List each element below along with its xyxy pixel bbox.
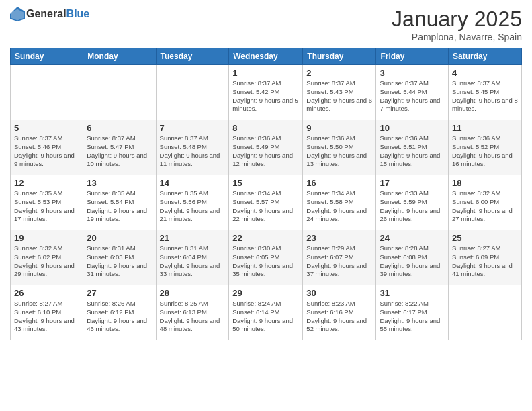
day-info: Sunrise: 8:37 AM Sunset: 5:45 PM Dayligh… [452,79,518,113]
col-saturday: Saturday [449,48,522,65]
day-info: Sunrise: 8:37 AM Sunset: 5:47 PM Dayligh… [87,134,152,169]
day-info: Sunrise: 8:31 AM Sunset: 6:04 PM Dayligh… [160,244,226,279]
calendar-cell: 22Sunrise: 8:30 AM Sunset: 6:05 PM Dayli… [229,230,303,285]
location: Pamplona, Navarre, Spain [392,32,522,42]
day-number: 7 [160,123,226,133]
calendar-cell: 28Sunrise: 8:25 AM Sunset: 6:13 PM Dayli… [156,285,229,340]
day-number: 22 [232,233,299,243]
calendar-cell: 29Sunrise: 8:24 AM Sunset: 6:14 PM Dayli… [229,285,303,340]
calendar-header: Sunday Monday Tuesday Wednesday Thursday… [11,48,522,65]
calendar-cell: 25Sunrise: 8:27 AM Sunset: 6:09 PM Dayli… [449,230,522,285]
day-info: Sunrise: 8:36 AM Sunset: 5:50 PM Dayligh… [306,134,372,169]
day-number: 18 [452,178,518,188]
day-info: Sunrise: 8:24 AM Sunset: 6:14 PM Dayligh… [232,300,299,334]
calendar-body: 1Sunrise: 8:37 AM Sunset: 5:42 PM Daylig… [11,65,522,340]
col-wednesday: Wednesday [229,48,303,65]
calendar-cell: 7Sunrise: 8:37 AM Sunset: 5:48 PM Daylig… [156,120,229,175]
day-info: Sunrise: 8:34 AM Sunset: 5:57 PM Dayligh… [232,189,299,224]
day-number: 29 [232,288,299,298]
day-number: 23 [306,233,372,243]
week-row-1: 5Sunrise: 8:37 AM Sunset: 5:46 PM Daylig… [11,120,522,175]
title-section: January 2025 Pamplona, Navarre, Spain [392,7,522,42]
day-number: 20 [87,233,152,243]
calendar-cell: 3Sunrise: 8:37 AM Sunset: 5:44 PM Daylig… [376,65,449,120]
col-thursday: Thursday [303,48,376,65]
calendar-cell [83,65,156,120]
calendar-cell: 30Sunrise: 8:23 AM Sunset: 6:16 PM Dayli… [303,285,376,340]
calendar-cell: 5Sunrise: 8:37 AM Sunset: 5:46 PM Daylig… [11,120,83,175]
day-number: 25 [452,233,518,243]
day-info: Sunrise: 8:22 AM Sunset: 6:17 PM Dayligh… [380,300,445,334]
day-number: 10 [380,123,445,133]
day-number: 6 [87,123,152,133]
col-sunday: Sunday [11,48,83,65]
day-number: 1 [232,68,299,78]
calendar-cell [11,65,83,120]
day-info: Sunrise: 8:37 AM Sunset: 5:42 PM Dayligh… [232,79,299,113]
day-number: 31 [380,288,445,298]
logo-icon [10,7,25,21]
day-number: 19 [14,233,79,243]
month-title: January 2025 [392,7,522,32]
day-number: 14 [160,178,226,188]
day-info: Sunrise: 8:36 AM Sunset: 5:51 PM Dayligh… [380,134,445,169]
day-info: Sunrise: 8:36 AM Sunset: 5:49 PM Dayligh… [232,134,299,169]
day-info: Sunrise: 8:31 AM Sunset: 6:03 PM Dayligh… [87,244,152,279]
day-number: 27 [87,288,152,298]
calendar-cell: 6Sunrise: 8:37 AM Sunset: 5:47 PM Daylig… [83,120,156,175]
calendar-cell: 15Sunrise: 8:34 AM Sunset: 5:57 PM Dayli… [229,175,303,230]
calendar-cell: 13Sunrise: 8:35 AM Sunset: 5:54 PM Dayli… [83,175,156,230]
day-info: Sunrise: 8:37 AM Sunset: 5:46 PM Dayligh… [14,134,79,169]
day-info: Sunrise: 8:27 AM Sunset: 6:09 PM Dayligh… [452,244,518,279]
day-info: Sunrise: 8:25 AM Sunset: 6:13 PM Dayligh… [160,300,226,334]
day-info: Sunrise: 8:35 AM Sunset: 5:53 PM Dayligh… [14,189,79,224]
calendar-cell: 19Sunrise: 8:32 AM Sunset: 6:02 PM Dayli… [11,230,83,285]
day-number: 16 [306,178,372,188]
day-number: 5 [14,123,79,133]
calendar-cell: 31Sunrise: 8:22 AM Sunset: 6:17 PM Dayli… [376,285,449,340]
day-number: 15 [232,178,299,188]
day-info: Sunrise: 8:30 AM Sunset: 6:05 PM Dayligh… [232,244,299,279]
calendar-cell: 26Sunrise: 8:27 AM Sunset: 6:10 PM Dayli… [11,285,83,340]
calendar-cell: 24Sunrise: 8:28 AM Sunset: 6:08 PM Dayli… [376,230,449,285]
day-info: Sunrise: 8:29 AM Sunset: 6:07 PM Dayligh… [306,244,372,279]
day-number: 28 [160,288,226,298]
page: GeneralBlue January 2025 Pamplona, Navar… [0,0,532,411]
day-info: Sunrise: 8:28 AM Sunset: 6:08 PM Dayligh… [380,244,445,279]
calendar-cell: 27Sunrise: 8:26 AM Sunset: 6:12 PM Dayli… [83,285,156,340]
week-row-2: 12Sunrise: 8:35 AM Sunset: 5:53 PM Dayli… [11,175,522,230]
day-number: 13 [87,178,152,188]
calendar-cell: 16Sunrise: 8:34 AM Sunset: 5:58 PM Dayli… [303,175,376,230]
calendar-cell [156,65,229,120]
col-monday: Monday [83,48,156,65]
calendar-cell: 4Sunrise: 8:37 AM Sunset: 5:45 PM Daylig… [449,65,522,120]
calendar-cell [449,285,522,340]
calendar-cell: 2Sunrise: 8:37 AM Sunset: 5:43 PM Daylig… [303,65,376,120]
week-row-4: 26Sunrise: 8:27 AM Sunset: 6:10 PM Dayli… [11,285,522,340]
day-info: Sunrise: 8:37 AM Sunset: 5:44 PM Dayligh… [380,79,445,113]
calendar-cell: 10Sunrise: 8:36 AM Sunset: 5:51 PM Dayli… [376,120,449,175]
day-number: 17 [380,178,445,188]
day-info: Sunrise: 8:37 AM Sunset: 5:48 PM Dayligh… [160,134,226,169]
day-number: 11 [452,123,518,133]
header: GeneralBlue January 2025 Pamplona, Navar… [10,7,522,42]
col-tuesday: Tuesday [156,48,229,65]
day-info: Sunrise: 8:36 AM Sunset: 5:52 PM Dayligh… [452,134,518,169]
calendar-cell: 21Sunrise: 8:31 AM Sunset: 6:04 PM Dayli… [156,230,229,285]
day-info: Sunrise: 8:32 AM Sunset: 6:00 PM Dayligh… [452,189,518,224]
logo-general: General [26,8,66,19]
day-number: 26 [14,288,79,298]
day-info: Sunrise: 8:35 AM Sunset: 5:56 PM Dayligh… [160,189,226,224]
day-number: 30 [306,288,372,298]
logo-blue: Blue [66,8,90,19]
calendar-cell: 20Sunrise: 8:31 AM Sunset: 6:03 PM Dayli… [83,230,156,285]
day-info: Sunrise: 8:26 AM Sunset: 6:12 PM Dayligh… [87,300,152,334]
day-info: Sunrise: 8:35 AM Sunset: 5:54 PM Dayligh… [87,189,152,224]
calendar-cell: 18Sunrise: 8:32 AM Sunset: 6:00 PM Dayli… [449,175,522,230]
calendar-cell: 11Sunrise: 8:36 AM Sunset: 5:52 PM Dayli… [449,120,522,175]
calendar-cell: 1Sunrise: 8:37 AM Sunset: 5:42 PM Daylig… [229,65,303,120]
calendar-table: Sunday Monday Tuesday Wednesday Thursday… [10,48,522,340]
day-info: Sunrise: 8:33 AM Sunset: 5:59 PM Dayligh… [380,189,445,224]
week-row-0: 1Sunrise: 8:37 AM Sunset: 5:42 PM Daylig… [11,65,522,120]
calendar-cell: 23Sunrise: 8:29 AM Sunset: 6:07 PM Dayli… [303,230,376,285]
